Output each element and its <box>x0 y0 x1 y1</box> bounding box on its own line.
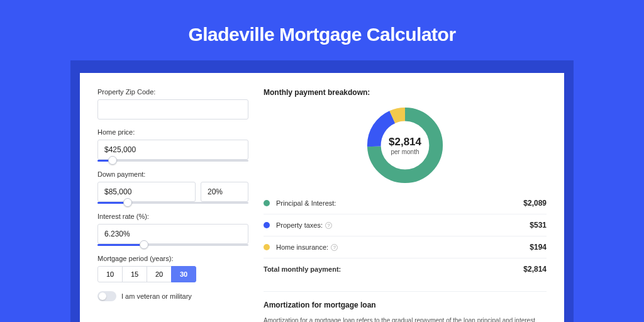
legend-label-principal: Principal & Interest: <box>276 199 523 207</box>
total-value: $2,814 <box>523 265 547 274</box>
zip-input[interactable] <box>97 99 248 119</box>
home-price-block: Home price: <box>97 128 248 162</box>
breakdown-column: Monthly payment breakdown: $2,814 per mo… <box>264 88 547 322</box>
period-btn-20[interactable]: 20 <box>147 266 172 282</box>
home-price-label: Home price: <box>97 128 248 136</box>
interest-rate-label: Interest rate (%): <box>97 213 248 220</box>
legend-row-principal: Principal & Interest: $2,089 <box>264 192 547 214</box>
donut-center: $2,814 per month <box>389 136 421 155</box>
info-icon[interactable]: ? <box>331 244 338 251</box>
legend-label-insurance-text: Home insurance: <box>276 243 328 251</box>
down-payment-pct-input[interactable] <box>201 182 248 202</box>
legend-row-total: Total monthly payment: $2,814 <box>264 258 547 280</box>
legend-dot-taxes <box>264 222 270 228</box>
down-payment-slider[interactable] <box>97 202 248 204</box>
banner-band: Property Zip Code: Home price: Down paym… <box>70 60 574 322</box>
donut-amount: $2,814 <box>389 136 421 148</box>
interest-rate-input[interactable] <box>97 224 248 244</box>
home-price-slider[interactable] <box>97 160 248 162</box>
slider-thumb[interactable] <box>123 198 132 207</box>
donut-chart-wrap: $2,814 per month <box>264 104 547 186</box>
veteran-toggle-row: I am veteran or military <box>97 291 248 301</box>
legend-row-insurance: Home insurance: ? $194 <box>264 236 547 258</box>
legend-label-taxes-text: Property taxes: <box>276 221 323 229</box>
interest-rate-slider[interactable] <box>97 244 248 246</box>
amortization-block: Amortization for mortgage loan Amortizat… <box>264 291 547 322</box>
period-btn-10[interactable]: 10 <box>97 266 123 282</box>
info-icon[interactable]: ? <box>325 222 332 229</box>
breakdown-heading: Monthly payment breakdown: <box>264 88 547 97</box>
legend-dot-principal <box>264 200 270 206</box>
total-label: Total monthly payment: <box>264 265 523 274</box>
legend-row-taxes: Property taxes: ? $531 <box>264 214 547 236</box>
amortization-text: Amortization for a mortgage loan refers … <box>264 316 547 322</box>
down-payment-amount-input[interactable] <box>97 182 196 202</box>
down-payment-block: Down payment: <box>97 170 248 204</box>
zip-label: Property Zip Code: <box>97 88 248 96</box>
amortization-heading: Amortization for mortgage loan <box>264 301 547 309</box>
legend: Principal & Interest: $2,089 Property ta… <box>264 192 547 280</box>
donut-sub: per month <box>389 148 421 155</box>
legend-dot-insurance <box>264 244 270 250</box>
period-block: Mortgage period (years): 10 15 20 30 <box>97 255 248 282</box>
period-btn-15[interactable]: 15 <box>122 266 147 282</box>
legend-value-principal: $2,089 <box>523 199 547 208</box>
veteran-toggle[interactable] <box>97 291 116 301</box>
legend-label-insurance: Home insurance: ? <box>276 243 530 251</box>
veteran-label: I am veteran or military <box>121 292 192 300</box>
period-label: Mortgage period (years): <box>97 255 248 262</box>
inputs-column: Property Zip Code: Home price: Down paym… <box>97 88 248 322</box>
home-price-input[interactable] <box>97 140 248 160</box>
period-btn-30[interactable]: 30 <box>171 266 196 282</box>
slider-thumb[interactable] <box>140 240 148 249</box>
down-payment-label: Down payment: <box>97 170 248 178</box>
legend-value-taxes: $531 <box>530 221 547 230</box>
calculator-card: Property Zip Code: Home price: Down paym… <box>80 73 564 322</box>
zip-field-block: Property Zip Code: <box>97 88 248 119</box>
page-title: Gladeville Mortgage Calculator <box>0 0 644 60</box>
slider-thumb[interactable] <box>108 156 117 165</box>
legend-value-insurance: $194 <box>530 243 547 252</box>
legend-label-taxes: Property taxes: ? <box>276 221 530 229</box>
period-options: 10 15 20 30 <box>97 266 248 282</box>
interest-rate-block: Interest rate (%): <box>97 213 248 246</box>
